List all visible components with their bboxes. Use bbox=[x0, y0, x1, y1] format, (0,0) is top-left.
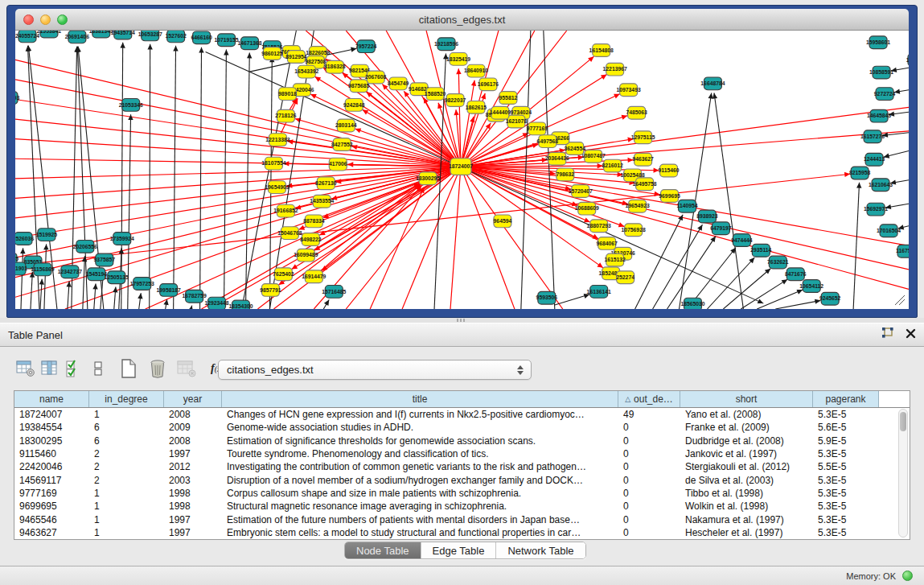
close-window-button[interactable] bbox=[23, 14, 34, 25]
citation-edge-red[interactable] bbox=[461, 167, 563, 309]
citation-edge-red[interactable] bbox=[15, 167, 461, 297]
network-titlebar[interactable]: citations_edges.txt bbox=[15, 9, 909, 31]
citation-edge-black[interactable] bbox=[775, 300, 820, 309]
memory-status-label: Memory: OK bbox=[846, 571, 896, 581]
delete-table-button[interactable] bbox=[146, 356, 170, 381]
citation-edge-black[interactable] bbox=[757, 290, 803, 309]
column-header-out_de[interactable]: △out_de… bbox=[618, 391, 680, 407]
column-header-name[interactable]: name bbox=[14, 391, 89, 407]
import-table-disabled-icon bbox=[177, 360, 196, 377]
table-row[interactable]: 977716911998Corpus callosum shape and si… bbox=[14, 487, 910, 500]
table-row[interactable]: 1938455462009Genome-wide association stu… bbox=[14, 421, 910, 434]
node-label: 7632621 bbox=[767, 259, 789, 265]
minimize-window-button[interactable] bbox=[40, 14, 51, 25]
citation-edge-black[interactable] bbox=[707, 257, 754, 309]
citation-edge-black[interactable] bbox=[44, 244, 47, 309]
edge-arrowhead bbox=[456, 68, 461, 74]
citation-edge-black[interactable] bbox=[83, 256, 85, 309]
memory-ok-indicator[interactable] bbox=[902, 571, 913, 581]
node-label: 8186328 bbox=[324, 64, 346, 69]
node-label: 24055724 bbox=[15, 33, 39, 39]
node-label: 1695157 bbox=[906, 57, 909, 63]
table-row[interactable]: 1456911722003Disruption of a novel membe… bbox=[14, 473, 910, 486]
table-selector-dropdown[interactable]: citations_edges.txt bbox=[218, 360, 532, 380]
citation-edge-black[interactable] bbox=[150, 44, 150, 309]
node-label: 6497568 bbox=[537, 138, 559, 144]
node-label: 252274 bbox=[616, 274, 634, 280]
column-header-label: short bbox=[736, 393, 758, 405]
column-header-short[interactable]: short bbox=[680, 391, 813, 407]
node-label: 1519925 bbox=[36, 232, 58, 237]
table-row[interactable]: 946554611997Estimation of the future num… bbox=[14, 513, 910, 525]
citation-edge-black[interactable] bbox=[741, 279, 787, 309]
citation-edge-red[interactable] bbox=[461, 167, 624, 227]
edge-arrowhead bbox=[39, 279, 44, 285]
citation-edge-black[interactable] bbox=[853, 183, 859, 309]
row-height-button[interactable] bbox=[86, 356, 110, 381]
float-panel-icon[interactable] bbox=[881, 328, 894, 339]
node-label: 14671368 bbox=[237, 40, 261, 46]
node-label: 9463627 bbox=[632, 156, 654, 162]
edge-arrowhead bbox=[710, 237, 716, 242]
node-label: 15046768 bbox=[277, 230, 302, 236]
import-table-button-disabled[interactable] bbox=[175, 356, 199, 381]
zoom-window-button[interactable] bbox=[57, 14, 68, 25]
select-rows-button[interactable] bbox=[62, 356, 86, 381]
table-header-row: namein_degreeyeartitle△out_de…shortpager… bbox=[14, 391, 910, 408]
node-table[interactable]: namein_degreeyeartitle△out_de…shortpager… bbox=[14, 390, 910, 540]
cell-out_de: 0 bbox=[618, 527, 680, 538]
table-row[interactable]: 1872400712008Changes of HCN gene express… bbox=[14, 408, 910, 421]
node-label: 8912954 bbox=[285, 54, 307, 60]
column-header-pagerank[interactable]: pagerank bbox=[813, 391, 879, 407]
close-panel-icon[interactable] bbox=[906, 328, 916, 339]
citation-edge-black[interactable] bbox=[31, 272, 32, 309]
cell-pagerank: 5.3E-5 bbox=[813, 448, 879, 459]
cell-year: 2008 bbox=[164, 435, 222, 447]
edge-arrowhead bbox=[20, 248, 25, 253]
citation-network-graph[interactable]: 2405572421553841206914061838134519435714… bbox=[15, 31, 909, 309]
cell-title: Investigating the contribution of common… bbox=[222, 461, 618, 472]
vertical-scrollbar[interactable] bbox=[898, 409, 908, 538]
table-row[interactable]: 946362711997Embryonic stem cells: a mode… bbox=[14, 526, 910, 539]
cell-out_de: 49 bbox=[618, 409, 680, 420]
node-label: 12505135 bbox=[105, 274, 129, 280]
scrollbar-thumb[interactable] bbox=[900, 412, 906, 431]
cell-in_degree: 6 bbox=[89, 435, 164, 447]
table-row[interactable]: 911546021997Tourette syndrome. Phenomeno… bbox=[14, 447, 910, 460]
table-settings-button[interactable] bbox=[14, 356, 38, 381]
table-row[interactable]: 2242004622012Investigating the contribut… bbox=[14, 460, 910, 473]
node-label: 14645843 bbox=[867, 113, 891, 118]
cell-in_degree: 1 bbox=[89, 488, 164, 499]
citation-edge-black[interactable] bbox=[21, 248, 23, 309]
node-label: 10025488 bbox=[621, 172, 645, 178]
table-row[interactable]: 969969511998Structural magnetic resonanc… bbox=[14, 500, 910, 513]
node-label: 8427552 bbox=[331, 142, 353, 147]
column-header-in_degree[interactable]: in_degree bbox=[89, 391, 164, 407]
node-label: 10807487 bbox=[581, 153, 606, 159]
column-header-label: in_degree bbox=[105, 393, 147, 405]
citation-edge-black[interactable] bbox=[224, 50, 227, 309]
node-label: 1621078 bbox=[506, 118, 528, 124]
tab-network-table[interactable]: Network Table bbox=[496, 542, 585, 558]
citation-edge-black[interactable] bbox=[544, 31, 555, 309]
new-table-icon bbox=[120, 359, 138, 378]
table-row[interactable]: 1830029562008Estimation of significance … bbox=[14, 435, 910, 447]
citation-edge-red[interactable] bbox=[15, 167, 461, 278]
new-table-button[interactable] bbox=[117, 356, 141, 381]
cell-in_degree: 1 bbox=[89, 409, 164, 420]
node-label: 15716485 bbox=[322, 289, 346, 295]
edge-arrowhead bbox=[43, 244, 48, 249]
citation-edge-red[interactable] bbox=[461, 167, 603, 268]
node-label: 798632 bbox=[556, 171, 574, 177]
show-column-button[interactable] bbox=[38, 356, 62, 381]
tab-node-table[interactable]: Node Table bbox=[345, 542, 421, 558]
citation-edge-black[interactable] bbox=[200, 47, 202, 309]
cell-short: Hescheler et al. (1997) bbox=[680, 527, 813, 538]
tab-edge-table[interactable]: Edge Table bbox=[421, 542, 497, 558]
column-header-title[interactable]: title bbox=[222, 391, 618, 407]
splitter-grip[interactable] bbox=[457, 319, 466, 322]
resize-grip-icon[interactable] bbox=[893, 293, 906, 306]
column-header-year[interactable]: year bbox=[164, 391, 222, 407]
citation-edge-black[interactable] bbox=[714, 93, 743, 309]
network-canvas[interactable]: 2405572421553841206914061838134519435714… bbox=[15, 31, 909, 309]
